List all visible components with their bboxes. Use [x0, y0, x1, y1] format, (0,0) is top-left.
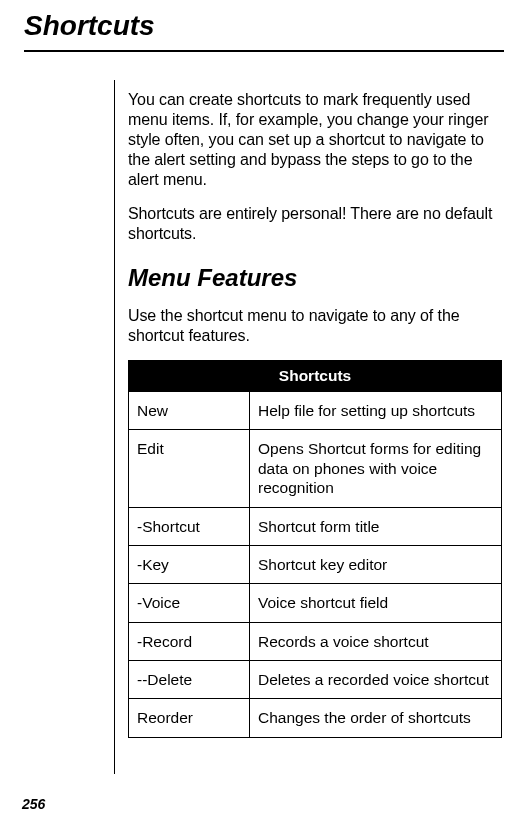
page-number: 256: [22, 796, 45, 812]
table-cell-desc: Changes the order of shortcuts: [250, 699, 502, 737]
table-cell-name: -Key: [129, 545, 250, 583]
section-heading: Menu Features: [128, 264, 502, 292]
table-row: New Help file for setting up shortcuts: [129, 392, 502, 430]
table-row: -Shortcut Shortcut form title: [129, 507, 502, 545]
content-column: You can create shortcuts to mark frequen…: [128, 90, 502, 738]
table-cell-name: -Voice: [129, 584, 250, 622]
table-row: Reorder Changes the order of shortcuts: [129, 699, 502, 737]
table-cell-name: Edit: [129, 430, 250, 507]
table-row: -Voice Voice shortcut field: [129, 584, 502, 622]
table-cell-name: --Delete: [129, 661, 250, 699]
horizontal-rule: [24, 50, 504, 52]
table-cell-name: Reorder: [129, 699, 250, 737]
table-cell-desc: Voice shortcut field: [250, 584, 502, 622]
table-row: Edit Opens Shortcut forms for editing da…: [129, 430, 502, 507]
table-cell-desc: Opens Shortcut forms for editing data on…: [250, 430, 502, 507]
shortcuts-table: Shortcuts New Help file for setting up s…: [128, 360, 502, 738]
table-cell-desc: Shortcut key editor: [250, 545, 502, 583]
intro-paragraph-2: Shortcuts are entirely personal! There a…: [128, 204, 502, 244]
table-header: Shortcuts: [129, 361, 502, 392]
section-paragraph: Use the shortcut menu to navigate to any…: [128, 306, 502, 346]
manual-page: Shortcuts You can create shortcuts to ma…: [0, 0, 526, 832]
table-cell-desc: Help file for setting up shortcuts: [250, 392, 502, 430]
table-row: -Key Shortcut key editor: [129, 545, 502, 583]
table-cell-desc: Shortcut form title: [250, 507, 502, 545]
table-row: -Record Records a voice shortcut: [129, 622, 502, 660]
chapter-title: Shortcuts: [24, 10, 155, 42]
intro-paragraph-1: You can create shortcuts to mark frequen…: [128, 90, 502, 190]
table-cell-name: -Shortcut: [129, 507, 250, 545]
table-header-row: Shortcuts: [129, 361, 502, 392]
table-cell-name: New: [129, 392, 250, 430]
table-cell-name: -Record: [129, 622, 250, 660]
table-cell-desc: Records a voice shortcut: [250, 622, 502, 660]
vertical-margin-rule: [114, 80, 115, 774]
table-row: --Delete Deletes a recorded voice shortc…: [129, 661, 502, 699]
table-cell-desc: Deletes a recorded voice shortcut: [250, 661, 502, 699]
